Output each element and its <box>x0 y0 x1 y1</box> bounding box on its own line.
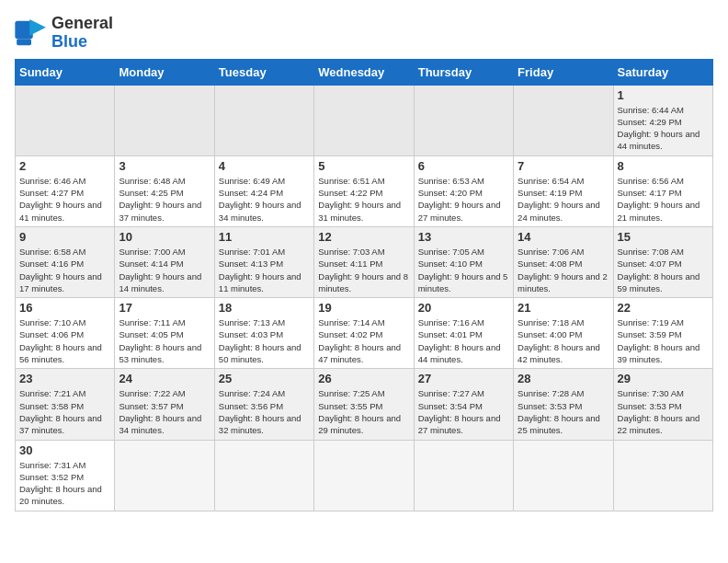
day-info: Sunrise: 7:30 AM Sunset: 3:53 PM Dayligh… <box>618 387 709 436</box>
day-number: 7 <box>518 159 609 173</box>
day-number: 28 <box>518 372 609 385</box>
calendar-cell: 6Sunrise: 6:53 AM Sunset: 4:20 PM Daylig… <box>414 155 513 226</box>
calendar-cell: 22Sunrise: 7:19 AM Sunset: 3:59 PM Dayli… <box>613 298 712 369</box>
calendar-cell <box>414 440 513 511</box>
day-info: Sunrise: 6:56 AM Sunset: 4:17 PM Dayligh… <box>618 175 709 224</box>
day-number: 22 <box>618 301 709 315</box>
calendar-cell: 10Sunrise: 7:00 AM Sunset: 4:14 PM Dayli… <box>115 226 214 297</box>
calendar-cell <box>214 440 313 511</box>
weekday-header-friday: Friday <box>514 59 613 85</box>
calendar-cell <box>414 85 513 155</box>
calendar-cell: 29Sunrise: 7:30 AM Sunset: 3:53 PM Dayli… <box>613 369 712 440</box>
calendar-cell: 5Sunrise: 6:51 AM Sunset: 4:22 PM Daylig… <box>314 155 414 226</box>
day-number: 24 <box>119 372 210 385</box>
day-number: 21 <box>518 301 609 315</box>
day-info: Sunrise: 6:49 AM Sunset: 4:24 PM Dayligh… <box>219 175 310 224</box>
calendar-cell: 25Sunrise: 7:24 AM Sunset: 3:56 PM Dayli… <box>214 369 313 440</box>
calendar-week-row: 9Sunrise: 6:58 AM Sunset: 4:16 PM Daylig… <box>16 226 713 297</box>
day-number: 20 <box>418 301 509 315</box>
day-number: 19 <box>318 301 409 315</box>
calendar-week-row: 23Sunrise: 7:21 AM Sunset: 3:58 PM Dayli… <box>16 369 713 440</box>
weekday-header-thursday: Thursday <box>414 59 513 85</box>
day-info: Sunrise: 6:44 AM Sunset: 4:29 PM Dayligh… <box>618 104 709 153</box>
day-info: Sunrise: 6:46 AM Sunset: 4:27 PM Dayligh… <box>19 175 110 224</box>
calendar-cell: 17Sunrise: 7:11 AM Sunset: 4:05 PM Dayli… <box>115 298 214 369</box>
calendar-cell: 2Sunrise: 6:46 AM Sunset: 4:27 PM Daylig… <box>16 155 115 226</box>
calendar-cell: 4Sunrise: 6:49 AM Sunset: 4:24 PM Daylig… <box>214 155 313 226</box>
day-number: 12 <box>318 230 409 244</box>
day-info: Sunrise: 6:58 AM Sunset: 4:16 PM Dayligh… <box>19 246 110 294</box>
day-info: Sunrise: 7:18 AM Sunset: 4:00 PM Dayligh… <box>518 316 609 365</box>
weekday-header-saturday: Saturday <box>613 59 712 85</box>
day-number: 26 <box>318 372 409 385</box>
day-number: 6 <box>418 159 509 173</box>
calendar-cell: 15Sunrise: 7:08 AM Sunset: 4:07 PM Dayli… <box>613 226 712 297</box>
calendar-cell: 11Sunrise: 7:01 AM Sunset: 4:13 PM Dayli… <box>214 226 313 297</box>
calendar-cell: 7Sunrise: 6:54 AM Sunset: 4:19 PM Daylig… <box>514 155 613 226</box>
day-info: Sunrise: 7:27 AM Sunset: 3:54 PM Dayligh… <box>418 387 509 436</box>
calendar-header-row: SundayMondayTuesdayWednesdayThursdayFrid… <box>16 59 713 85</box>
page-header: General Blue <box>15 15 713 52</box>
calendar-cell <box>16 85 115 155</box>
svg-marker-1 <box>29 19 46 36</box>
calendar-cell: 9Sunrise: 6:58 AM Sunset: 4:16 PM Daylig… <box>16 226 115 297</box>
day-info: Sunrise: 7:25 AM Sunset: 3:55 PM Dayligh… <box>318 387 409 436</box>
calendar-cell: 19Sunrise: 7:14 AM Sunset: 4:02 PM Dayli… <box>314 298 414 369</box>
day-number: 16 <box>19 301 110 315</box>
day-number: 1 <box>618 88 709 102</box>
weekday-header-sunday: Sunday <box>16 59 115 85</box>
day-number: 13 <box>418 230 509 244</box>
calendar-cell <box>514 85 613 155</box>
day-number: 18 <box>219 301 310 315</box>
day-number: 11 <box>219 230 310 244</box>
calendar-week-row: 2Sunrise: 6:46 AM Sunset: 4:27 PM Daylig… <box>16 155 713 226</box>
logo: General Blue <box>15 15 113 52</box>
calendar-cell <box>613 440 712 511</box>
day-info: Sunrise: 6:51 AM Sunset: 4:22 PM Dayligh… <box>318 175 409 224</box>
calendar-cell: 24Sunrise: 7:22 AM Sunset: 3:57 PM Dayli… <box>115 369 214 440</box>
day-number: 30 <box>19 443 110 457</box>
day-info: Sunrise: 7:19 AM Sunset: 3:59 PM Dayligh… <box>618 316 709 365</box>
calendar-cell: 27Sunrise: 7:27 AM Sunset: 3:54 PM Dayli… <box>414 369 513 440</box>
calendar-cell: 18Sunrise: 7:13 AM Sunset: 4:03 PM Dayli… <box>214 298 313 369</box>
calendar-cell <box>314 440 414 511</box>
day-info: Sunrise: 6:53 AM Sunset: 4:20 PM Dayligh… <box>418 175 509 224</box>
day-info: Sunrise: 7:28 AM Sunset: 3:53 PM Dayligh… <box>518 387 609 436</box>
day-number: 14 <box>518 230 609 244</box>
day-number: 23 <box>19 372 110 385</box>
calendar-week-row: 1Sunrise: 6:44 AM Sunset: 4:29 PM Daylig… <box>16 85 713 155</box>
calendar-cell <box>514 440 613 511</box>
day-info: Sunrise: 7:03 AM Sunset: 4:11 PM Dayligh… <box>318 246 409 294</box>
day-info: Sunrise: 7:00 AM Sunset: 4:14 PM Dayligh… <box>119 246 210 294</box>
day-info: Sunrise: 7:11 AM Sunset: 4:05 PM Dayligh… <box>119 316 210 365</box>
day-number: 27 <box>418 372 509 385</box>
day-info: Sunrise: 7:22 AM Sunset: 3:57 PM Dayligh… <box>119 387 210 436</box>
calendar-cell <box>314 85 414 155</box>
day-number: 4 <box>219 159 310 173</box>
calendar-week-row: 30Sunrise: 7:31 AM Sunset: 3:52 PM Dayli… <box>16 440 713 511</box>
calendar-cell: 3Sunrise: 6:48 AM Sunset: 4:25 PM Daylig… <box>115 155 214 226</box>
day-info: Sunrise: 7:31 AM Sunset: 3:52 PM Dayligh… <box>19 459 110 508</box>
day-info: Sunrise: 7:24 AM Sunset: 3:56 PM Dayligh… <box>219 387 310 436</box>
day-number: 2 <box>19 159 110 173</box>
calendar-cell: 26Sunrise: 7:25 AM Sunset: 3:55 PM Dayli… <box>314 369 414 440</box>
day-number: 8 <box>618 159 709 173</box>
logo-text: General Blue <box>51 15 113 52</box>
day-number: 25 <box>219 372 310 385</box>
day-info: Sunrise: 6:54 AM Sunset: 4:19 PM Dayligh… <box>518 175 609 224</box>
day-info: Sunrise: 7:06 AM Sunset: 4:08 PM Dayligh… <box>518 246 609 294</box>
day-number: 9 <box>19 230 110 244</box>
calendar-week-row: 16Sunrise: 7:10 AM Sunset: 4:06 PM Dayli… <box>16 298 713 369</box>
day-number: 17 <box>119 301 210 315</box>
day-number: 15 <box>618 230 709 244</box>
day-info: Sunrise: 7:16 AM Sunset: 4:01 PM Dayligh… <box>418 316 509 365</box>
calendar-cell: 16Sunrise: 7:10 AM Sunset: 4:06 PM Dayli… <box>16 298 115 369</box>
calendar-cell <box>115 440 214 511</box>
day-number: 29 <box>618 372 709 385</box>
calendar-cell <box>214 85 313 155</box>
calendar-cell <box>115 85 214 155</box>
svg-rect-2 <box>17 39 31 45</box>
day-info: Sunrise: 7:13 AM Sunset: 4:03 PM Dayligh… <box>219 316 310 365</box>
calendar-cell: 30Sunrise: 7:31 AM Sunset: 3:52 PM Dayli… <box>16 440 115 511</box>
calendar-cell: 13Sunrise: 7:05 AM Sunset: 4:10 PM Dayli… <box>414 226 513 297</box>
